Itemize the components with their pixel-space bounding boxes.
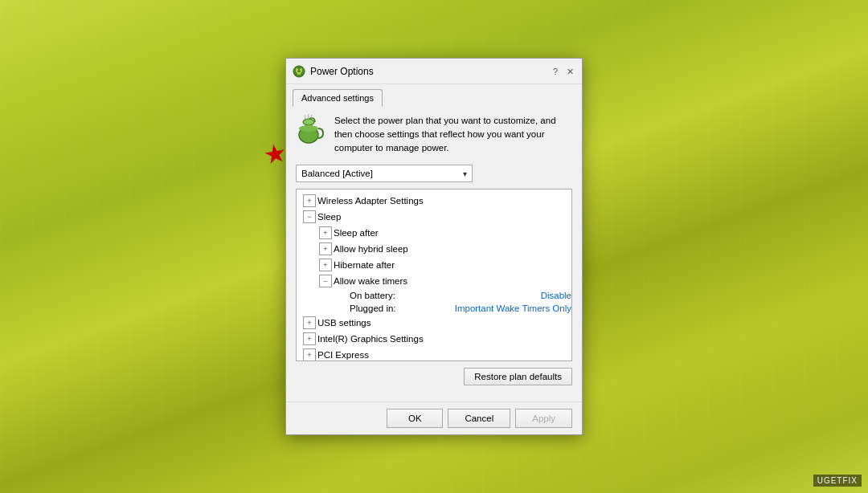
tree-item-label: USB settings [317,318,571,328]
tree-item-label: On battery: [350,291,538,300]
svg-point-0 [293,66,305,77]
tree-item[interactable]: +Wireless Adapter Settings [297,193,571,209]
dialog-title: Power Options [310,66,550,77]
settings-tree[interactable]: +Wireless Adapter Settings−Sleep+Sleep a… [297,189,571,361]
expand-icon[interactable]: + [319,226,332,239]
tree-item[interactable]: +Sleep after [297,225,571,241]
dropdown-container: Balanced [Active] ▾ [296,165,572,182]
chevron-down-icon: ▾ [463,169,467,178]
description-box: Select the power plan that you want to c… [296,114,572,156]
tab-bar: Advanced settings [286,84,582,106]
watermark: UGETFIX [813,475,862,487]
title-bar: Power Options ? ✕ [286,59,582,84]
tree-item[interactable]: −Sleep [297,209,571,225]
help-button[interactable]: ? [550,66,561,77]
dialog-content: Select the power plan that you want to c… [286,106,582,402]
restore-plan-defaults-button[interactable]: Restore plan defaults [464,368,572,385]
button-row: OK Cancel Apply [286,401,582,434]
expand-icon[interactable]: + [303,332,316,345]
settings-tree-container: +Wireless Adapter Settings−Sleep+Sleep a… [296,189,572,361]
tree-item-value: Disable [541,291,571,300]
tree-item[interactable]: −Allow wake timers [297,273,571,289]
tab-advanced-settings[interactable]: Advanced settings [293,89,383,107]
expand-icon[interactable]: + [303,194,316,207]
dropdown-value: Balanced [Active] [301,169,373,178]
power-plan-icon [296,114,326,145]
tree-item[interactable]: On battery: Disable [297,289,571,302]
tree-item-label: Hibernate after [334,260,571,270]
tree-item[interactable]: +Allow hybrid sleep [297,241,571,257]
dialog-icon [293,65,305,78]
title-bar-controls: ? ✕ [550,66,575,77]
close-button[interactable]: ✕ [564,66,575,77]
power-options-dialog: ★ Power Options ? ✕ Advanced settings [285,58,583,436]
tree-item-value: Important Wake Timers Only [455,304,571,313]
tree-item[interactable]: +Hibernate after [297,257,571,273]
description-text: Select the power plan that you want to c… [334,114,572,156]
tree-item-label: Sleep after [334,228,571,238]
tree-item-label: Wireless Adapter Settings [317,196,571,206]
collapse-icon[interactable]: − [303,210,316,223]
tree-item-label: Plugged in: [350,304,452,313]
tree-item[interactable]: +PCI Express [297,347,571,361]
collapse-icon[interactable]: − [319,275,332,287]
apply-button[interactable]: Apply [515,409,572,428]
tree-item-label: Allow wake timers [334,276,571,286]
tree-item-label: Sleep [317,212,571,222]
power-plan-dropdown[interactable]: Balanced [Active] ▾ [296,165,473,182]
svg-point-6 [303,119,314,125]
tree-item[interactable]: Plugged in: Important Wake Timers Only [297,302,571,315]
restore-btn-row: Restore plan defaults [296,368,572,385]
tree-item-label: PCI Express [317,350,571,360]
tree-item[interactable]: +USB settings [297,315,571,331]
tree-item-label: Intel(R) Graphics Settings [317,334,571,344]
ok-button[interactable]: OK [387,409,443,428]
expand-icon[interactable]: + [303,348,316,361]
expand-icon[interactable]: + [319,259,332,271]
tree-item-label: Allow hybrid sleep [334,244,571,254]
cancel-button[interactable]: Cancel [448,409,510,428]
tree-item[interactable]: +Intel(R) Graphics Settings [297,331,571,347]
expand-icon[interactable]: + [319,242,332,255]
expand-icon[interactable]: + [303,316,316,329]
svg-point-7 [299,125,318,132]
